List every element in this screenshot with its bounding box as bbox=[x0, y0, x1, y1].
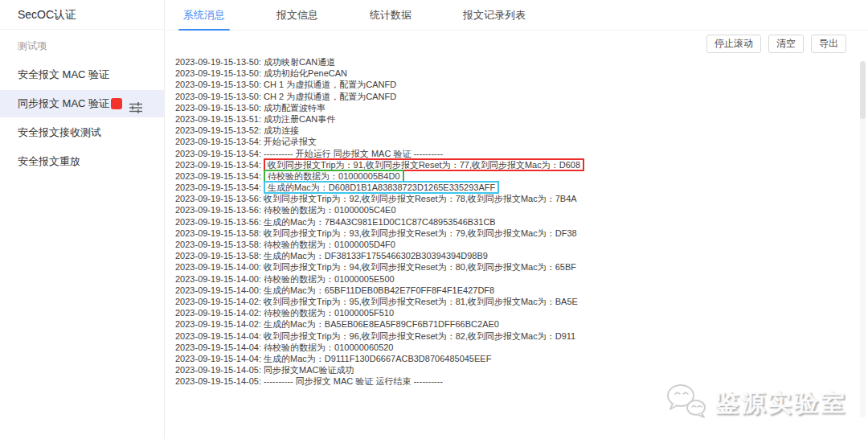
scrollbar-thumb[interactable] bbox=[860, 61, 866, 119]
tab-message-record-list[interactable]: 报文记录列表 bbox=[458, 8, 530, 30]
log-line: 2023-09-19-15-14-04: 生成的Mac为：D9111F130D6… bbox=[175, 353, 852, 364]
log-message: 收到同步报文Trip为：92,收到同步报文Reset为：78,收到同步报文Mac… bbox=[264, 194, 577, 203]
log-line: 2023-09-19-15-14-00: 收到同步报文Trip为：94,收到同步… bbox=[175, 261, 852, 273]
log-message: 收到同步报文Trip为：94,收到同步报文Reset为：80,收到同步报文Mac… bbox=[264, 262, 576, 272]
log-line: 2023-09-19-15-13-58: 待校验的数据为：01000005D4F… bbox=[175, 239, 852, 250]
log-timestamp: 2023-09-19-15-14-05: bbox=[175, 376, 264, 386]
tab-system-messages[interactable]: 系统消息 bbox=[178, 8, 230, 30]
log-message: 生成的Mac为：D608D1B1A83838723D1265E335293AFF bbox=[264, 181, 499, 194]
log-message: 成功初始化PeneCAN bbox=[264, 68, 347, 78]
sidebar-item-label: 安全报文重放 bbox=[18, 155, 80, 167]
sidebar-item-sync-msg-mac-verify[interactable]: 同步报文 MAC 验证 bbox=[0, 90, 164, 117]
toolbar: 停止滚动 清空 导出 bbox=[706, 35, 846, 53]
sidebar-item-secure-msg-mac-verify[interactable]: 安全报文 MAC 验证 bbox=[0, 61, 164, 88]
log-message: 待校验的数据为：01000005C4E0 bbox=[264, 205, 395, 215]
secoc-app-window: SecOC认证 测试项 安全报文 MAC 验证同步报文 MAC 验证 安全报文接… bbox=[0, 0, 868, 439]
sidebar-item-secure-msg-replay[interactable]: 安全报文重放 bbox=[0, 148, 164, 175]
log-line: 2023-09-19-15-13-56: 待校验的数据为：01000005C4E… bbox=[175, 204, 852, 215]
log-message: 生成的Mac为：BA5EB06E8EA5F89CF6B71DFF66BC2AE0 bbox=[264, 319, 499, 329]
log-message: CH 1 为虚拟通道，配置为CANFD bbox=[264, 80, 396, 89]
clear-button[interactable]: 清空 bbox=[768, 35, 804, 53]
log-message: 生成的Mac为：DF38133F1755466302B30394394D98B9 bbox=[264, 251, 488, 261]
log-line: 2023-09-19-15-14-04: 待校验的数据为：01000006052… bbox=[175, 342, 852, 353]
log-line: 2023-09-19-15-13-56: 生成的Mac为：7B4A3C981E1… bbox=[175, 216, 852, 228]
log-line: 2023-09-19-15-13-54: 开始记录报文 bbox=[175, 136, 852, 147]
log-timestamp: 2023-09-19-15-14-05: bbox=[175, 365, 264, 375]
log-line: 2023-09-19-15-14-05: 同步报文MAC验证成功 bbox=[175, 364, 852, 375]
log-message: 生成的Mac为：65BF11DEB0BB42E7F0FF8F4F1E427DF8 bbox=[264, 285, 494, 295]
log-timestamp: 2023-09-19-15-14-00: bbox=[175, 262, 264, 272]
log-line: 2023-09-19-15-13-54: ---------- 开始运行 同步报… bbox=[175, 148, 852, 159]
log-timestamp: 2023-09-19-15-14-02: bbox=[175, 308, 264, 318]
log-message: 收到同步报文Trip为：93,收到同步报文Reset为：79,收到同步报文Mac… bbox=[264, 228, 577, 238]
log-message: 开始记录报文 bbox=[264, 137, 317, 146]
lab-watermark-text: 鉴源实验室 bbox=[714, 387, 847, 420]
log-timestamp: 2023-09-19-15-14-00: bbox=[175, 274, 264, 284]
log-timestamp: 2023-09-19-15-14-04: bbox=[175, 331, 264, 341]
sidebar-item-label: 同步报文 MAC 验证 bbox=[18, 97, 109, 109]
log-line: 2023-09-19-15-13-54: 待校验的数据为：01000005B4D… bbox=[175, 170, 852, 182]
log-message: 收到同步报文Trip为：95,收到同步报文Reset为：81,收到同步报文Mac… bbox=[264, 297, 578, 306]
tab-statistics[interactable]: 统计数据 bbox=[365, 8, 416, 30]
sidebar-item-label: 安全报文 MAC 验证 bbox=[18, 68, 109, 80]
tab-message-info[interactable]: 报文信息 bbox=[272, 8, 323, 30]
log-timestamp: 2023-09-19-15-13-58: bbox=[175, 240, 264, 249]
log-timestamp: 2023-09-19-15-13-52: bbox=[175, 125, 264, 135]
log-line: 2023-09-19-15-13-50: CH 1 为虚拟通道，配置为CANFD bbox=[175, 79, 852, 90]
log-line: 2023-09-19-15-13-54: 生成的Mac为：D608D1B1A83… bbox=[175, 182, 852, 193]
log-message: 待校验的数据为：01000005D4F0 bbox=[264, 240, 395, 249]
log-timestamp: 2023-09-19-15-13-54: bbox=[175, 160, 264, 170]
log-message: 成功映射CAN通道 bbox=[264, 57, 335, 67]
log-timestamp: 2023-09-19-15-13-54: bbox=[175, 149, 264, 158]
log-line: 2023-09-19-15-14-00: 待校验的数据为：01000005E50… bbox=[175, 273, 852, 285]
log-message: 待校验的数据为：01000005F510 bbox=[264, 308, 394, 318]
system-message-log: 2023-09-19-15-13-50: 成功映射CAN通道2023-09-19… bbox=[175, 56, 852, 387]
log-message: 收到同步报文Trip为：96,收到同步报文Reset为：82,收到同步报文Mac… bbox=[264, 331, 575, 341]
log-line: 2023-09-19-15-13-50: 成功映射CAN通道 bbox=[175, 56, 852, 68]
app-title: SecOC认证 bbox=[0, 0, 164, 29]
test-items-section-label: 测试项 bbox=[0, 30, 164, 56]
log-line: 2023-09-19-15-14-00: 生成的Mac为：65BF11DEB0B… bbox=[175, 285, 852, 296]
log-timestamp: 2023-09-19-15-13-58: bbox=[175, 251, 264, 261]
log-message: 成功注册CAN事件 bbox=[264, 114, 335, 124]
log-line: 2023-09-19-15-13-51: 成功注册CAN事件 bbox=[175, 113, 852, 125]
log-line: 2023-09-19-15-14-04: 收到同步报文Trip为：96,收到同步… bbox=[175, 330, 852, 342]
log-timestamp: 2023-09-19-15-13-54: bbox=[175, 171, 264, 181]
log-timestamp: 2023-09-19-15-13-50: bbox=[175, 92, 264, 101]
log-timestamp: 2023-09-19-15-13-50: bbox=[175, 80, 264, 89]
log-timestamp: 2023-09-19-15-13-50: bbox=[175, 68, 264, 78]
log-message: 待校验的数据为：010000060520 bbox=[264, 343, 393, 352]
log-line: 2023-09-19-15-14-02: 生成的Mac为：BA5EB06E8EA… bbox=[175, 318, 852, 330]
log-timestamp: 2023-09-19-15-13-56: bbox=[175, 194, 264, 203]
test-item-list: 安全报文 MAC 验证同步报文 MAC 验证 安全报文接收测试安全报文重放 bbox=[0, 61, 164, 175]
log-timestamp: 2023-09-19-15-14-02: bbox=[175, 319, 264, 329]
main-panel: 系统消息报文信息统计数据报文记录列表 停止滚动 清空 导出 2023-09-19… bbox=[166, 0, 868, 439]
settings-sliders-icon[interactable] bbox=[129, 97, 143, 110]
log-line: 2023-09-19-15-14-02: 收到同步报文Trip为：95,收到同步… bbox=[175, 296, 852, 307]
wechat-chat-bubbles-icon bbox=[665, 383, 708, 423]
stop-scroll-button[interactable]: 停止滚动 bbox=[706, 35, 761, 53]
log-timestamp: 2023-09-19-15-14-00: bbox=[175, 285, 264, 295]
log-line: 2023-09-19-15-13-58: 生成的Mac为：DF38133F175… bbox=[175, 250, 852, 261]
tab-bar: 系统消息报文信息统计数据报文记录列表 bbox=[166, 0, 868, 31]
log-timestamp: 2023-09-19-15-13-54: bbox=[175, 183, 264, 192]
test-running-stop-indicator[interactable] bbox=[111, 98, 122, 109]
log-line: 2023-09-19-15-13-50: 成功初始化PeneCAN bbox=[175, 68, 852, 79]
log-message: 成功连接 bbox=[264, 125, 299, 135]
log-message: 生成的Mac为：7B4A3C981E1D0C1C87C48953546B31CB bbox=[264, 217, 496, 227]
scrollbar-track[interactable] bbox=[860, 61, 866, 418]
export-button[interactable]: 导出 bbox=[811, 35, 846, 53]
log-line: 2023-09-19-15-13-56: 收到同步报文Trip为：92,收到同步… bbox=[175, 193, 852, 204]
sidebar-item-secure-msg-receive-test[interactable]: 安全报文接收测试 bbox=[0, 119, 164, 146]
log-timestamp: 2023-09-19-15-13-58: bbox=[175, 228, 264, 238]
log-timestamp: 2023-09-19-15-13-54: bbox=[175, 137, 264, 146]
log-timestamp: 2023-09-19-15-13-56: bbox=[175, 205, 264, 215]
log-timestamp: 2023-09-19-15-13-50: bbox=[175, 57, 264, 67]
log-line: 2023-09-19-15-14-02: 待校验的数据为：01000005F51… bbox=[175, 307, 852, 318]
log-message: 同步报文MAC验证成功 bbox=[264, 365, 354, 375]
log-line: 2023-09-19-15-13-58: 收到同步报文Trip为：93,收到同步… bbox=[175, 228, 852, 239]
lab-watermark: 鉴源实验室 bbox=[665, 383, 847, 423]
log-timestamp: 2023-09-19-15-13-56: bbox=[175, 217, 264, 227]
log-line: 2023-09-19-15-13-50: 成功配置波特率 bbox=[175, 102, 852, 113]
sidebar: SecOC认证 测试项 安全报文 MAC 验证同步报文 MAC 验证 安全报文接… bbox=[0, 0, 165, 439]
